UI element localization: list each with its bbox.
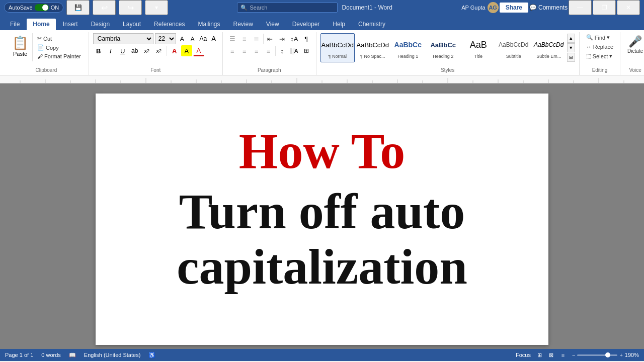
- doc-line3: capitalization: [177, 239, 467, 295]
- find-dropdown-icon: ▾: [607, 34, 610, 41]
- close-button[interactable]: ✕: [617, 0, 640, 15]
- strikethrough-button[interactable]: ab: [129, 45, 140, 56]
- copy-icon: 📄: [37, 44, 44, 51]
- zoom-slider[interactable]: [577, 354, 617, 356]
- align-right-button[interactable]: ≡: [251, 45, 262, 56]
- restore-button[interactable]: ❐: [593, 0, 616, 15]
- font-increase-button[interactable]: A: [178, 34, 187, 43]
- font-name-select[interactable]: Cambria: [93, 33, 153, 44]
- status-left: Page 1 of 1 0 words 📖 English (United St…: [5, 352, 155, 358]
- style-no-space[interactable]: AaBbCcDd ¶ No Spac...: [356, 33, 390, 62]
- tab-mailings[interactable]: Mailings: [192, 19, 226, 30]
- copy-button[interactable]: 📄 Copy: [35, 43, 84, 52]
- style-heading1[interactable]: AaBbCc Heading 1: [391, 33, 425, 62]
- editing-group-label: Editing: [592, 66, 608, 74]
- focus-label[interactable]: Focus: [516, 352, 531, 358]
- replace-button[interactable]: ↔ Replace: [584, 43, 616, 51]
- superscript-button[interactable]: x2: [153, 45, 165, 56]
- style-scroll-buttons: ▲ ▼ ⊟: [567, 34, 575, 62]
- borders-button[interactable]: ⊞: [301, 45, 312, 56]
- sort-button[interactable]: ↕A: [289, 33, 300, 44]
- bold-button[interactable]: B: [93, 45, 104, 56]
- style-normal[interactable]: AaBbCcDd ¶ Normal: [320, 33, 355, 62]
- tab-references[interactable]: References: [148, 19, 191, 30]
- style-no-space-label: ¶ No Spac...: [360, 54, 385, 59]
- customize-button[interactable]: ▾: [145, 0, 168, 15]
- comments-button[interactable]: 💬 Comments: [529, 4, 568, 11]
- redo-button[interactable]: ↪: [119, 0, 142, 15]
- numbering-button[interactable]: ≡: [239, 33, 250, 44]
- font-decrease-button[interactable]: A: [188, 34, 197, 43]
- accessibility-icon: ♿: [148, 352, 155, 358]
- decrease-indent-button[interactable]: ⇤: [265, 33, 276, 44]
- style-heading2[interactable]: AaBbCc Heading 2: [426, 33, 460, 62]
- find-button[interactable]: 🔍 Find ▾: [584, 33, 616, 42]
- style-heading1-preview: AaBbCc: [392, 36, 424, 54]
- tab-layout[interactable]: Layout: [117, 19, 147, 30]
- editing-group: 🔍 Find ▾ ↔ Replace ⬚ Select ▾ Editing: [580, 32, 620, 75]
- autosave-state: ON: [51, 5, 59, 11]
- align-justify-button[interactable]: ≡: [263, 45, 274, 56]
- style-normal-label: ¶ Normal: [329, 54, 347, 59]
- paste-button[interactable]: 📋 Paste: [8, 33, 33, 61]
- line-spacing-button[interactable]: ↕: [277, 45, 288, 56]
- paragraph-row2: ≡ ≡ ≡ ≡ ↕ ░A ⊞: [227, 45, 312, 56]
- tab-file[interactable]: File: [4, 19, 26, 30]
- font-color-button[interactable]: A: [193, 45, 204, 56]
- share-button[interactable]: Share: [500, 3, 528, 13]
- web-view-button[interactable]: ⊠: [546, 350, 556, 359]
- tab-home[interactable]: Home: [27, 19, 55, 30]
- autosave-button[interactable]: AutoSave ON: [4, 3, 63, 13]
- tab-view[interactable]: View: [260, 19, 285, 30]
- status-right: Focus ⊞ ⊠ ≡ − + 190%: [516, 350, 639, 359]
- minimize-button[interactable]: —: [569, 0, 592, 15]
- autosave-toggle[interactable]: [35, 4, 49, 11]
- subscript-button[interactable]: x2: [141, 45, 152, 56]
- style-title-preview: AaB: [462, 36, 495, 54]
- search-icon: 🔍: [240, 5, 248, 11]
- language: English (United States): [84, 352, 141, 358]
- zoom-in-button[interactable]: +: [619, 352, 622, 358]
- multilevel-list-button[interactable]: ≣: [251, 33, 262, 44]
- style-subtitle[interactable]: AaBbCcDd Subtitle: [497, 33, 531, 62]
- save-quick-button[interactable]: 💾: [66, 0, 90, 15]
- styles-row: AaBbCcDd ¶ Normal AaBbCcDd ¶ No Spac... …: [320, 33, 575, 62]
- tab-developer[interactable]: Developer: [286, 19, 326, 30]
- italic-button[interactable]: I: [105, 45, 116, 56]
- zoom-percent[interactable]: 190%: [625, 352, 639, 358]
- show-formatting-button[interactable]: ¶: [301, 33, 312, 44]
- format-painter-button[interactable]: 🖌 Format Painter: [35, 52, 84, 60]
- style-title[interactable]: AaB Title: [461, 33, 496, 62]
- tab-insert[interactable]: Insert: [57, 19, 84, 30]
- print-view-button[interactable]: ⊞: [535, 350, 545, 359]
- tab-review[interactable]: Review: [227, 19, 259, 30]
- style-scroll-up[interactable]: ▲: [567, 34, 575, 43]
- align-left-button[interactable]: ≡: [227, 45, 238, 56]
- cut-button[interactable]: ✂ Cut: [35, 34, 84, 43]
- style-scroll-down[interactable]: ▼: [567, 43, 575, 52]
- tab-design[interactable]: Design: [85, 19, 116, 30]
- increase-indent-button[interactable]: ⇥: [277, 33, 288, 44]
- change-case-button[interactable]: Aa: [199, 34, 208, 43]
- tab-chemistry[interactable]: Chemistry: [352, 19, 391, 30]
- style-subtle-em[interactable]: AaBbCcDd Subtle Em...: [532, 33, 566, 62]
- font-size-select[interactable]: 22: [155, 33, 176, 44]
- select-button[interactable]: ⬚ Select ▾: [584, 52, 616, 60]
- undo-button[interactable]: ↩: [93, 0, 116, 15]
- underline-button[interactable]: U: [117, 45, 128, 56]
- paragraph-shading-button[interactable]: ░A: [289, 45, 300, 56]
- ruler-inner: [0, 75, 644, 83]
- zoom-out-button[interactable]: −: [572, 352, 575, 358]
- text-effect-button[interactable]: A: [169, 45, 180, 56]
- style-expand[interactable]: ⊟: [567, 53, 575, 62]
- document-page[interactable]: How To Turn off auto capitalization: [96, 94, 548, 345]
- text-highlight-button[interactable]: A: [181, 45, 192, 56]
- read-view-button[interactable]: ≡: [558, 350, 568, 359]
- align-center-button[interactable]: ≡: [239, 45, 250, 56]
- dictate-button[interactable]: 🎤 Dictate: [624, 33, 644, 56]
- font-group-label: Font: [150, 66, 160, 74]
- bullets-button[interactable]: ☰: [227, 33, 238, 44]
- clear-format-button[interactable]: A: [209, 34, 218, 43]
- tab-help[interactable]: Help: [327, 19, 351, 30]
- style-subtitle-label: Subtitle: [506, 54, 521, 59]
